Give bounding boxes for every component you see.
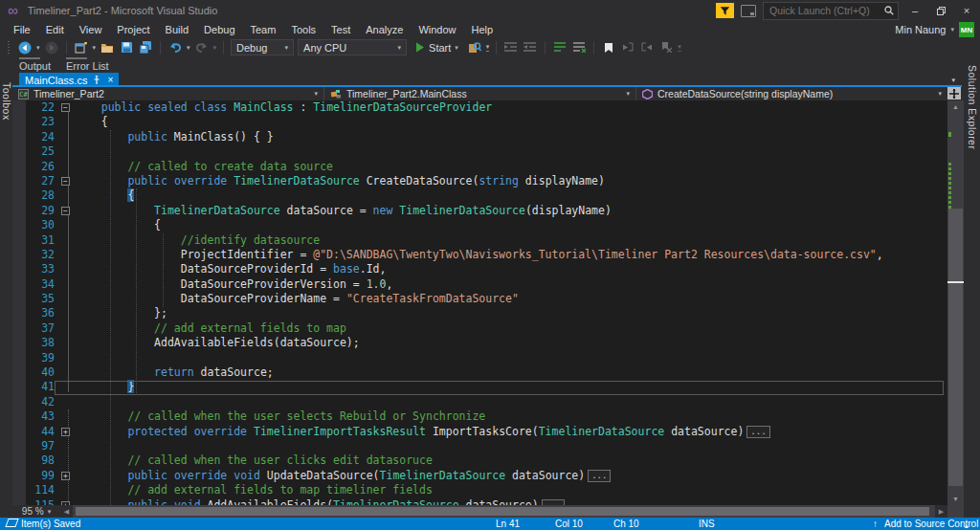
- code-editor[interactable]: 22− public sealed class MainClass : Time…: [12, 100, 947, 505]
- collapse-region-icon[interactable]: −: [61, 207, 70, 215]
- clear-bookmarks-icon[interactable]: [658, 40, 674, 55]
- start-debug-button[interactable]: Start ▾: [411, 42, 463, 54]
- code-line[interactable]: 31 //identify datasource: [26, 233, 947, 248]
- code-line[interactable]: 98 // called when the user clicks edit d…: [26, 453, 947, 468]
- scroll-left-icon[interactable]: ◀: [60, 508, 73, 516]
- redo-caret-icon[interactable]: ▾: [213, 44, 217, 52]
- type-dropdown[interactable]: Timeliner_Part2.MainClass ▾: [324, 87, 636, 100]
- menu-file[interactable]: File: [6, 22, 38, 37]
- horizontal-scroll-track[interactable]: [73, 505, 935, 518]
- code-line[interactable]: 29− TimelinerDataSource dataSource = new…: [26, 204, 947, 218]
- expand-region-icon[interactable]: +: [61, 428, 70, 436]
- menu-edit[interactable]: Edit: [38, 22, 72, 37]
- menu-debug[interactable]: Debug: [196, 22, 242, 37]
- vertical-scroll-track[interactable]: [947, 113, 964, 493]
- expand-region-icon[interactable]: +: [61, 501, 70, 505]
- feedback-icon[interactable]: [741, 5, 756, 17]
- undo-caret-icon[interactable]: ▾: [187, 44, 190, 52]
- code-line[interactable]: 37 // add external fields to map: [26, 321, 947, 336]
- pin-icon[interactable]: [93, 76, 101, 86]
- code-line[interactable]: 44+ protected override TimelinerImportTa…: [26, 425, 947, 439]
- notifications-icon[interactable]: [716, 3, 734, 18]
- decrease-indent-icon[interactable]: [503, 40, 519, 55]
- project-dropdown[interactable]: C# Timeliner_Part2 ▾: [12, 87, 324, 100]
- code-line[interactable]: 33 DataSourceProviderId = base.Id,: [26, 262, 947, 276]
- redo-icon[interactable]: [194, 40, 210, 55]
- toolbar-grip[interactable]: [7, 41, 11, 54]
- tool-tab-error-list[interactable]: Error List: [66, 57, 109, 72]
- code-line[interactable]: 40 return dataSource;: [26, 365, 947, 380]
- code-line[interactable]: 32 ProjectIdentifier = @"D:\SANDBAG\Twen…: [26, 248, 947, 262]
- comment-lines-icon[interactable]: [552, 40, 568, 55]
- code-line[interactable]: 114 // add external fields to map timeli…: [26, 483, 947, 497]
- scroll-up-icon[interactable]: ▲: [947, 100, 964, 113]
- quick-launch-input[interactable]: [768, 4, 884, 17]
- increase-indent-icon[interactable]: [523, 40, 538, 55]
- menu-help[interactable]: Help: [464, 22, 501, 37]
- breakpoint-margin[interactable]: [12, 100, 26, 505]
- uncomment-lines-icon[interactable]: [571, 40, 587, 55]
- restore-button[interactable]: [931, 2, 950, 19]
- texteditor-overflow-icon[interactable]: ▾: [678, 43, 681, 52]
- member-dropdown[interactable]: CreateDataSource(string displayName) ▾: [636, 87, 947, 100]
- menu-build[interactable]: Build: [158, 22, 196, 37]
- save-icon[interactable]: [119, 40, 134, 55]
- user-avatar[interactable]: MN: [959, 22, 974, 37]
- navigate-back-icon[interactable]: [17, 40, 33, 55]
- code-line[interactable]: 24 public MainClass() { }: [26, 130, 947, 144]
- minimize-button[interactable]: –: [905, 2, 924, 19]
- code-line[interactable]: 28 {: [26, 188, 947, 203]
- solution-configuration-select[interactable]: Debug ▾: [231, 39, 294, 55]
- navigate-forward-icon[interactable]: [44, 40, 59, 55]
- menu-analyze[interactable]: Analyze: [358, 22, 411, 37]
- user-name[interactable]: Min Naung: [895, 24, 946, 35]
- code-line[interactable]: 30 {: [26, 218, 947, 232]
- source-control-caret-icon[interactable]: ▴: [965, 520, 969, 530]
- sidebar-tab-toolbox[interactable]: Toolbox: [1, 82, 12, 121]
- code-line[interactable]: 115+ public void AddAvailableFields(Time…: [26, 498, 947, 505]
- collapsed-region-box[interactable]: ...: [588, 470, 611, 482]
- open-file-icon[interactable]: [100, 40, 115, 55]
- menu-test[interactable]: Test: [323, 22, 358, 37]
- close-button[interactable]: ×: [957, 2, 976, 19]
- code-line[interactable]: 36 };: [26, 306, 947, 320]
- code-line[interactable]: 27− public override TimelinerDataSource …: [26, 174, 947, 188]
- navigate-back-caret-icon[interactable]: ▾: [36, 44, 40, 52]
- code-line[interactable]: 35 DataSourceProviderName = "CreateTaskF…: [26, 292, 947, 306]
- code-line[interactable]: 42: [26, 395, 947, 409]
- quick-launch-box[interactable]: [763, 2, 899, 20]
- code-line[interactable]: 34 DataSourceProviderVersion = 1.0,: [26, 277, 947, 292]
- editor-zoom-select[interactable]: 95 % ▾: [12, 505, 60, 518]
- previous-bookmark-icon[interactable]: [620, 40, 635, 55]
- split-editor-handle[interactable]: [947, 87, 961, 99]
- code-line[interactable]: 43 // called when the user selects Rebui…: [26, 409, 947, 424]
- collapse-region-icon[interactable]: −: [61, 177, 70, 186]
- menu-window[interactable]: Window: [411, 22, 463, 37]
- scroll-right-icon[interactable]: ▶: [935, 508, 947, 516]
- vertical-scrollbar[interactable]: ▲ ▼: [947, 100, 964, 518]
- tool-tab-output[interactable]: Output: [19, 57, 51, 72]
- collapse-region-icon[interactable]: −: [61, 103, 70, 112]
- open-files-dropdown-icon[interactable]: ▾: [951, 77, 955, 84]
- menu-project[interactable]: Project: [109, 22, 157, 37]
- expand-region-icon[interactable]: +: [61, 472, 70, 480]
- user-menu-caret-icon[interactable]: ▾: [950, 26, 954, 33]
- sidebar-tab-solution-explorer[interactable]: Solution Explorer: [967, 65, 978, 149]
- undo-icon[interactable]: [167, 40, 183, 55]
- next-bookmark-icon[interactable]: [639, 40, 655, 55]
- toolbar-overflow-icon[interactable]: ▾: [486, 43, 490, 52]
- find-icon[interactable]: [467, 40, 482, 55]
- code-line[interactable]: 99+ public override void UpdateDataSourc…: [26, 469, 947, 483]
- toggle-bookmark-icon[interactable]: [601, 40, 616, 55]
- new-project-icon[interactable]: [74, 40, 89, 55]
- code-line[interactable]: 23 {: [26, 115, 947, 129]
- save-all-icon[interactable]: [138, 40, 153, 55]
- code-line[interactable]: 26 // called to create data source: [26, 160, 947, 174]
- new-project-caret-icon[interactable]: ▾: [93, 44, 97, 52]
- code-line[interactable]: 22− public sealed class MainClass : Time…: [26, 100, 947, 115]
- tab-close-icon[interactable]: ×: [107, 76, 113, 85]
- collapsed-region-box[interactable]: ...: [746, 426, 769, 438]
- solution-platform-select[interactable]: Any CPU ▾: [298, 39, 407, 55]
- horizontal-scroll-thumb[interactable]: [76, 507, 929, 516]
- code-line[interactable]: 39: [26, 351, 947, 365]
